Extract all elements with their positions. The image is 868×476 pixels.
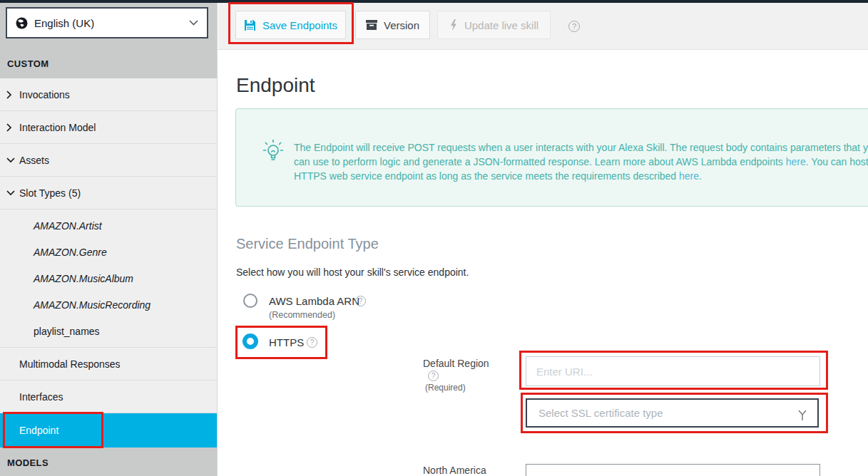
slot-type-amazon-genre[interactable]: AMAZON.Genre xyxy=(0,239,217,265)
lightning-icon xyxy=(449,19,458,31)
sidebar-item-label: Multimodal Responses xyxy=(19,358,121,370)
slot-types-list: AMAZON.Artist AMAZON.Genre AMAZON.MusicA… xyxy=(0,209,217,348)
chevron-right-icon xyxy=(6,123,12,132)
ssl-certificate-select[interactable]: Select SSL certificate type xyxy=(526,398,819,428)
uri-input[interactable] xyxy=(526,356,820,386)
default-region-label: Default Region xyxy=(423,358,489,369)
chevron-down-icon xyxy=(6,190,15,196)
aws-lambda-arn-label[interactable]: AWS Lambda ARN xyxy=(269,295,359,307)
recommended-note: (Recommended) xyxy=(269,310,335,320)
globe-icon xyxy=(16,17,28,29)
default-region-help-icon[interactable]: ? xyxy=(428,371,439,381)
version-label: Version xyxy=(384,19,419,31)
sidebar: English (UK) CUSTOM Invocations Interact… xyxy=(0,3,218,476)
toolbar-help-icon[interactable]: ? xyxy=(568,21,580,32)
sidebar-item-slot-types[interactable]: Slot Types (5) xyxy=(0,177,217,209)
requirements-here-link[interactable]: here xyxy=(679,170,699,182)
sidebar-item-endpoint[interactable]: Endpoint xyxy=(0,413,217,447)
update-live-skill-label: Update live skill xyxy=(464,19,538,31)
info-banner: The Endpoint will receive POST requests … xyxy=(235,108,868,207)
save-endpoints-button[interactable]: Save Endpoints xyxy=(235,11,346,39)
default-region-required-note: (Required) xyxy=(425,383,466,393)
sidebar-item-label: Assets xyxy=(19,155,49,166)
sidebar-item-label: Interfaces xyxy=(19,391,63,403)
slot-type-amazon-musicalbum[interactable]: AMAZON.MusicAlbum xyxy=(0,265,217,291)
chevron-down-icon xyxy=(6,157,15,163)
slot-type-playlist-names[interactable]: playlist_names xyxy=(0,318,217,344)
dropdown-caret-icon xyxy=(797,408,807,424)
https-radio[interactable] xyxy=(242,333,258,349)
chevron-down-icon xyxy=(189,20,198,26)
sidebar-item-interaction-model[interactable]: Interaction Model xyxy=(0,111,217,144)
page-title: Endpoint xyxy=(236,74,315,97)
sidebar-header: English (UK) CUSTOM xyxy=(0,3,217,78)
info-text-part3: . xyxy=(699,170,702,182)
sidebar-item-multimodal-responses[interactable]: Multimodal Responses xyxy=(0,348,217,381)
lambda-endpoints-here-link[interactable]: here xyxy=(786,156,806,167)
version-button[interactable]: Version xyxy=(355,11,430,39)
aws-lambda-help-icon[interactable]: ? xyxy=(355,296,366,306)
https-label[interactable]: HTTPS xyxy=(269,336,304,348)
sidebar-section-models: MODELS xyxy=(0,447,217,476)
sidebar-item-label: Invocations xyxy=(19,89,70,100)
sidebar-item-assets[interactable]: Assets xyxy=(0,144,217,177)
language-selector[interactable]: English (UK) xyxy=(6,7,208,38)
north-america-uri-input[interactable] xyxy=(526,464,820,476)
info-banner-text: The Endpoint will receive POST requests … xyxy=(294,140,868,183)
https-help-icon[interactable]: ? xyxy=(307,337,317,348)
north-america-label: North America xyxy=(423,465,486,476)
language-selector-label: English (UK) xyxy=(34,17,94,29)
sidebar-item-label: Interaction Model xyxy=(19,122,96,133)
alexa-developer-console: English (UK) CUSTOM Invocations Interact… xyxy=(0,0,868,476)
save-icon xyxy=(244,19,256,31)
chevron-right-icon xyxy=(6,90,12,99)
info-text-part1: The Endpoint will receive POST requests … xyxy=(294,142,868,167)
save-endpoints-label: Save Endpoints xyxy=(262,19,337,31)
sidebar-item-interfaces[interactable]: Interfaces xyxy=(0,381,217,413)
sidebar-section-custom: CUSTOM xyxy=(7,58,49,69)
update-live-skill-button: Update live skill xyxy=(437,11,551,39)
sidebar-item-invocations[interactable]: Invocations xyxy=(0,78,217,111)
lightbulb-icon xyxy=(262,139,285,167)
slot-type-amazon-musicrecording[interactable]: AMAZON.MusicRecording xyxy=(0,291,217,318)
aws-lambda-arn-radio[interactable] xyxy=(243,294,257,308)
ssl-certificate-placeholder: Select SSL certificate type xyxy=(538,407,663,419)
version-archive-icon xyxy=(366,20,377,30)
slot-type-amazon-artist[interactable]: AMAZON.Artist xyxy=(0,212,217,239)
sidebar-item-label: Slot Types (5) xyxy=(19,187,81,199)
service-endpoint-type-subheading: Select how you will host your skill's se… xyxy=(236,267,469,278)
sidebar-item-label: Endpoint xyxy=(19,425,58,436)
service-endpoint-type-heading: Service Endpoint Type xyxy=(236,236,379,252)
